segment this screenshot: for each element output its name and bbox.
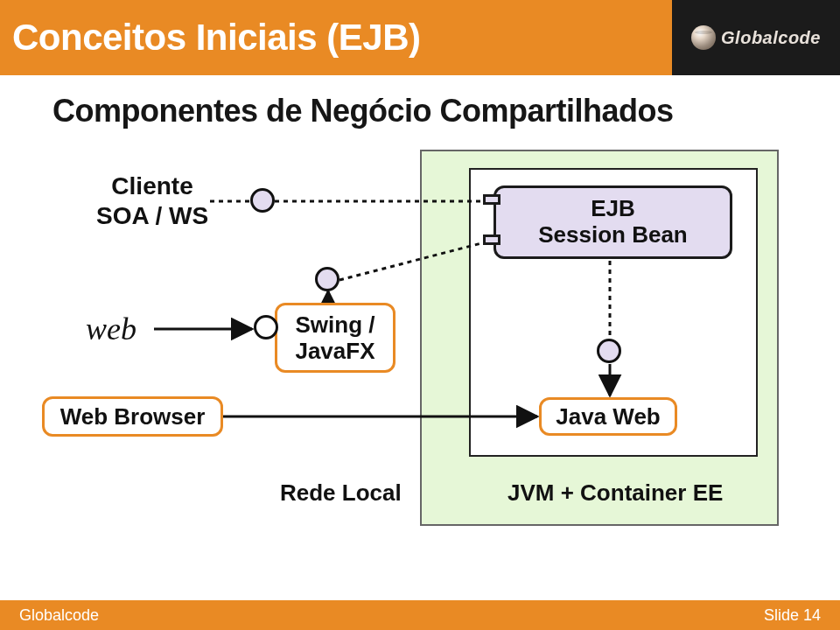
local-network-label: Rede Local	[280, 480, 402, 507]
title-bar: Conceitos Iniciais (EJB) Globalcode	[0, 0, 840, 75]
swing-line2: JavaFX	[295, 338, 374, 364]
footer-right: Slide 14	[764, 606, 821, 625]
interface-port-icon	[597, 339, 621, 363]
footer-left: Globalcode	[19, 606, 99, 625]
interface-port-icon	[315, 267, 340, 291]
swing-javafx-box: Swing / JavaFX	[275, 303, 396, 373]
jvm-container-label: JVM + Container EE	[508, 480, 723, 507]
page-title: Conceitos Iniciais (EJB)	[0, 17, 420, 59]
client-label: Cliente SOA / WS	[96, 172, 208, 230]
interface-port-icon	[250, 188, 275, 213]
web-label: web	[86, 311, 136, 347]
web-browser-box: Web Browser	[42, 396, 223, 437]
interface-port-icon	[254, 315, 278, 340]
ejb-line1: EJB	[591, 195, 635, 221]
java-web-box: Java Web	[539, 397, 677, 436]
client-line2: SOA / WS	[96, 202, 208, 229]
swing-line1: Swing /	[295, 312, 374, 338]
slide-number: 14	[803, 606, 821, 624]
slide-label: Slide	[764, 606, 803, 624]
slide-subtitle: Componentes de Negócio Compartilhados	[52, 93, 674, 130]
client-line1: Cliente	[111, 172, 192, 200]
logo: Globalcode	[691, 25, 821, 50]
ejb-line2: Session Bean	[538, 221, 688, 248]
ejb-port-icon	[483, 234, 500, 245]
footer-bar: Globalcode Slide 14	[0, 600, 840, 630]
logo-box: Globalcode	[672, 0, 840, 75]
globe-icon	[691, 25, 716, 50]
ejb-port-icon	[483, 194, 500, 205]
ejb-session-bean-box: EJB Session Bean	[494, 186, 732, 259]
logo-text: Globalcode	[721, 28, 821, 48]
